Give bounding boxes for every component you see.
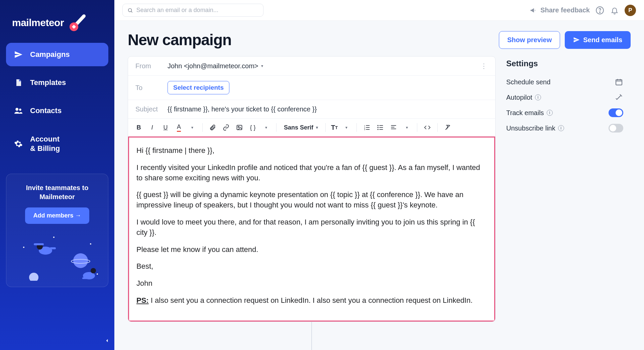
font-family-label: Sans Serif [284,124,313,131]
svg-rect-36 [391,128,396,129]
brand-logo[interactable]: mailmeteor [6,6,108,43]
share-feedback-button[interactable]: Share feedback [530,6,590,14]
sidebar-item-label: Campaigns [30,50,70,59]
unordered-list-button[interactable] [374,121,386,134]
send-emails-button[interactable]: Send emails [565,31,631,49]
add-members-button[interactable]: Add members → [25,207,89,224]
sidebar-item-campaigns[interactable]: Campaigns [6,43,108,66]
attachment-button[interactable] [207,121,219,134]
unsubscribe-link-label: Unsubscribe link [506,124,555,132]
invite-title: Invite teammates to Mailmeteor [12,183,102,201]
bold-button[interactable]: B [133,121,145,134]
svg-rect-13 [50,247,56,249]
text-size-dropdown[interactable]: ▾ [340,121,352,134]
underline-button[interactable]: U [159,121,172,134]
setting-autopilot[interactable]: Autopilot i [506,90,623,105]
svg-text:3: 3 [364,128,365,130]
select-recipients-label: Select recipients [173,84,224,91]
subject-label: Subject [135,105,168,113]
from-label: From [135,62,168,70]
align-dropdown[interactable]: ▾ [401,121,413,134]
sidebar-item-label: Contacts [30,106,62,115]
unsubscribe-link-toggle[interactable] [609,124,623,133]
send-icon [573,36,580,43]
subject-input[interactable] [168,105,488,113]
svg-point-15 [91,268,96,273]
svg-point-7 [53,237,55,238]
svg-point-3 [29,273,38,281]
user-avatar[interactable]: P [625,5,636,16]
image-button[interactable] [233,121,245,134]
body-paragraph: PS: I also sent you a connection request… [136,295,487,306]
align-button[interactable] [388,121,400,134]
svg-rect-12 [34,243,44,245]
editor-toolbar: B I U A ▾ { } ▾ [128,119,495,137]
link-icon [223,124,229,131]
svg-rect-25 [366,127,370,128]
text-size-button[interactable]: TT [330,121,339,134]
collapse-sidebar-button[interactable] [102,336,112,345]
to-row: To Select recipients [128,76,495,100]
avatar-initial: P [628,7,632,14]
gear-icon [14,140,23,148]
from-row-menu-button[interactable]: ⋮ [480,62,488,70]
autopilot-label: Autopilot [506,94,532,101]
svg-rect-23 [366,125,370,126]
page-header: New campaign Show preview Send emails [114,21,644,56]
sidebar-item-templates[interactable]: Templates [6,71,108,94]
chevron-down-icon: ▾ [261,64,263,68]
to-label: To [135,84,168,92]
code-view-button[interactable] [421,121,433,134]
info-icon[interactable]: i [535,94,541,100]
magic-wand-icon[interactable] [615,93,623,102]
search-input[interactable] [136,7,258,14]
file-icon [14,78,23,87]
sidebar-item-contacts[interactable]: Contacts [6,99,108,122]
svg-point-2 [19,109,21,111]
toolbar-separator [202,123,203,132]
link-button[interactable] [220,121,232,134]
text-color-dropdown[interactable]: ▾ [186,121,198,134]
share-feedback-label: Share feedback [540,6,590,14]
add-members-label: Add members → [33,212,81,219]
toolbar-separator [325,123,326,132]
text-color-button[interactable]: A [173,121,185,134]
body-paragraph: John [136,278,487,289]
chevron-down-icon: ▾ [316,125,318,130]
svg-rect-20 [237,125,242,129]
show-preview-button[interactable]: Show preview [499,31,560,49]
search-input-wrapper[interactable] [122,4,263,17]
select-recipients-button[interactable]: Select recipients [168,81,229,94]
track-emails-toggle[interactable] [609,108,623,117]
notifications-button[interactable] [610,6,619,15]
list-ul-icon [377,124,384,131]
svg-point-8 [90,243,91,245]
clear-formatting-button[interactable] [442,121,454,134]
image-icon [236,124,243,131]
header-actions: Show preview Send emails [499,31,631,49]
setting-schedule-send[interactable]: Schedule send [506,74,623,90]
email-body-editor[interactable]: Hi {{ firstname | there }}, I recently v… [128,137,495,322]
variables-dropdown[interactable]: ▾ [260,121,272,134]
ordered-list-button[interactable]: 123 [361,121,373,134]
svg-rect-37 [616,80,622,85]
topbar: Share feedback P [114,0,644,21]
svg-point-17 [128,8,132,12]
info-icon[interactable]: i [547,110,553,116]
sidebar-item-account-billing[interactable]: Account& Billing [6,127,108,160]
calendar-icon[interactable] [615,78,623,86]
svg-rect-35 [391,127,395,127]
italic-button[interactable]: I [146,121,158,134]
help-button[interactable] [595,6,605,15]
from-value-dropdown[interactable]: John <john@mailmeteor.com> ▾ [168,62,263,70]
align-left-icon [390,124,397,131]
svg-rect-33 [380,129,383,130]
followup-connector [311,322,312,350]
info-icon[interactable]: i [558,125,564,131]
font-family-dropdown[interactable]: Sans Serif ▾ [281,124,321,131]
page-title: New campaign [128,31,231,49]
variables-button[interactable]: { } [247,121,259,134]
columns: From John <john@mailmeteor.com> ▾ ⋮ To S… [114,56,644,350]
body-paragraph: Best, [136,261,487,272]
send-emails-label: Send emails [583,36,622,44]
